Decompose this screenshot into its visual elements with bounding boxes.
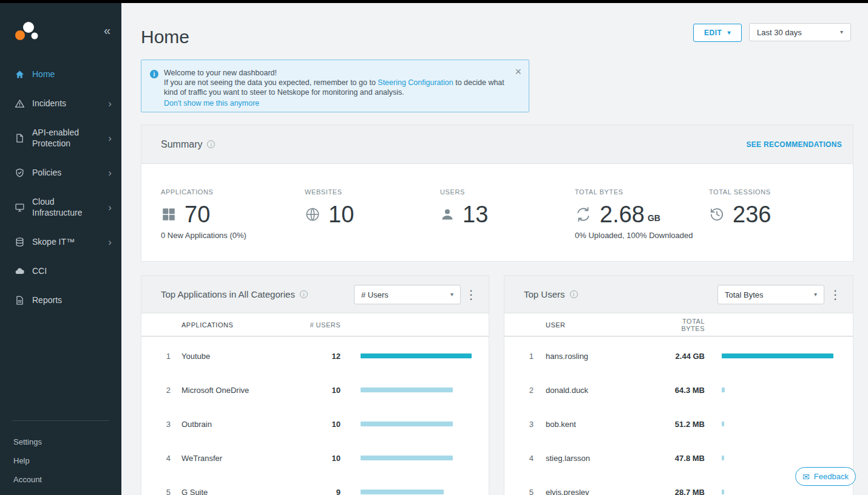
application-name: Microsoft OneDrive	[181, 386, 297, 395]
row-rank: 4	[161, 454, 171, 463]
edit-button[interactable]: EDIT ▾	[693, 24, 742, 42]
table-row: 2 Microsoft OneDrive 10	[141, 373, 489, 407]
database-icon	[13, 237, 25, 247]
stat-total-sessions: TOTAL SESSIONS 236	[709, 188, 771, 227]
row-rank: 5	[161, 488, 171, 495]
metric-select-value: Total Bytes	[725, 290, 764, 299]
document-shield-icon	[13, 133, 25, 143]
applications-subtext: 0 New Applications (0%)	[161, 231, 246, 240]
applications-metric-select[interactable]: # Users ▾	[354, 285, 461, 304]
summary-card: Summary i SEE RECOMMENDATIONS APPLICATIO…	[141, 125, 853, 262]
stat-unit: GB	[648, 213, 660, 227]
row-rank: 5	[524, 488, 534, 495]
chevron-right-icon: ›	[108, 98, 112, 109]
report-document-icon	[13, 295, 25, 306]
sidebar-item-reports[interactable]: Reports	[0, 285, 121, 315]
banner-dismiss-link[interactable]: Don't show me this anymore	[164, 98, 259, 108]
application-name: Outbrain	[181, 420, 297, 429]
bar-track	[722, 456, 833, 460]
row-rank: 1	[161, 352, 171, 361]
sidebar-item-label: Home	[32, 69, 100, 80]
bar-track	[361, 490, 472, 494]
stat-value: 236	[733, 202, 771, 227]
info-icon[interactable]: i	[207, 140, 215, 148]
user-name: hans.rosling	[546, 352, 661, 361]
sidebar-item-label: API-enabled Protection	[32, 127, 100, 149]
sidebar-item-skope-it[interactable]: Skope IT™ ›	[0, 227, 121, 256]
sidebar-item-label: Cloud Infrastructure	[32, 196, 100, 218]
sidebar-item-incidents[interactable]: Incidents ›	[0, 89, 121, 118]
bar-track	[361, 456, 472, 460]
sidebar: « Home Incidents › API-enabled Protectio…	[0, 0, 121, 495]
stat-value: 70	[185, 202, 210, 227]
sidebar-item-cloud-infrastructure[interactable]: Cloud Infrastructure ›	[0, 187, 121, 227]
stat-label: TOTAL SESSIONS	[709, 188, 771, 196]
envelope-icon: ✉	[802, 473, 810, 481]
caret-down-icon: ▾	[450, 292, 453, 298]
close-icon[interactable]: ×	[515, 66, 521, 77]
users-metric-select[interactable]: Total Bytes ▾	[717, 285, 824, 304]
globe-icon	[305, 207, 320, 222]
sidebar-item-account[interactable]: Account	[0, 470, 121, 489]
sidebar-item-settings[interactable]: Settings	[0, 432, 121, 451]
top-applications-header: Top Applications in All Categories i # U…	[141, 276, 489, 313]
page-title: Home	[141, 27, 189, 47]
bar-track	[361, 422, 472, 426]
banner-body: If you are not seeing the data you expec…	[164, 78, 507, 97]
cloud-icon	[13, 266, 25, 276]
see-recommendations-link[interactable]: SEE RECOMMENDATIONS	[747, 140, 843, 149]
table-row: 1 Youtube 12	[141, 339, 489, 373]
sidebar-item-label: Policies	[32, 167, 100, 178]
row-value: 64.3 MB	[661, 386, 705, 395]
bar-track	[722, 387, 833, 392]
value-bar	[361, 353, 472, 358]
feedback-button-label: Feedback	[814, 472, 849, 481]
value-bar	[361, 456, 453, 460]
caret-down-icon: ▾	[814, 292, 817, 298]
top-users-title: Top Users	[524, 289, 565, 299]
users-column-header: # USERS	[297, 321, 341, 329]
sidebar-nav: Home Incidents › API-enabled Protection …	[0, 52, 121, 315]
stat-label: USERS	[440, 188, 488, 196]
feedback-button[interactable]: ✉ Feedback	[795, 467, 856, 486]
sidebar-item-policies[interactable]: Policies ›	[0, 158, 121, 187]
summary-title: Summary	[161, 139, 202, 150]
row-rank: 4	[524, 454, 534, 463]
sidebar-item-cci[interactable]: CCI	[0, 256, 121, 285]
sidebar-footer: Settings Help Account	[0, 432, 121, 489]
welcome-banner: i Welcome to your new dashboard! If you …	[141, 60, 529, 112]
application-name: G Suite	[181, 488, 297, 495]
info-icon[interactable]: i	[300, 290, 308, 298]
transfer-arrows-icon	[575, 206, 592, 223]
total-bytes-subtext: 0% Uploaded, 100% Downloaded	[575, 231, 693, 240]
date-range-select[interactable]: Last 30 days ▾	[749, 23, 851, 41]
stat-value: 10	[328, 202, 354, 227]
info-icon: i	[150, 70, 158, 78]
window-top-bar	[0, 0, 868, 3]
main-content: Home EDIT ▾ Last 30 days ▾ i Welcome to …	[121, 0, 868, 495]
kebab-menu-icon[interactable]: ⋮	[462, 287, 480, 302]
chevron-right-icon: ›	[108, 168, 112, 178]
bar-track	[722, 422, 833, 426]
value-bar	[722, 353, 833, 358]
row-value: 10	[297, 386, 341, 395]
total-bytes-column-header: TOTAL BYTES	[661, 318, 705, 332]
row-value: 51.2 MB	[661, 420, 705, 429]
sidebar-item-home[interactable]: Home	[0, 60, 121, 89]
user-column-header: USER	[546, 321, 661, 329]
steering-configuration-link[interactable]: Steering Configuration	[378, 78, 453, 87]
sidebar-collapse-icon[interactable]: «	[104, 24, 110, 36]
table-row: 4 WeTransfer 10	[141, 441, 489, 475]
chevron-right-icon: ›	[108, 237, 112, 247]
table-row: 2 donald.duck 64.3 MB	[504, 373, 853, 407]
sidebar-item-help[interactable]: Help	[0, 451, 121, 470]
caret-down-icon: ▾	[727, 30, 731, 36]
row-value: 10	[297, 420, 341, 429]
sidebar-item-label: CCI	[32, 265, 100, 276]
chevron-right-icon: ›	[108, 202, 112, 213]
edit-button-label: EDIT	[704, 29, 722, 37]
sidebar-item-api-protection[interactable]: API-enabled Protection ›	[0, 118, 121, 158]
user-name: elvis.presley	[546, 488, 661, 495]
kebab-menu-icon[interactable]: ⋮	[826, 287, 844, 302]
info-icon[interactable]: i	[570, 290, 578, 298]
